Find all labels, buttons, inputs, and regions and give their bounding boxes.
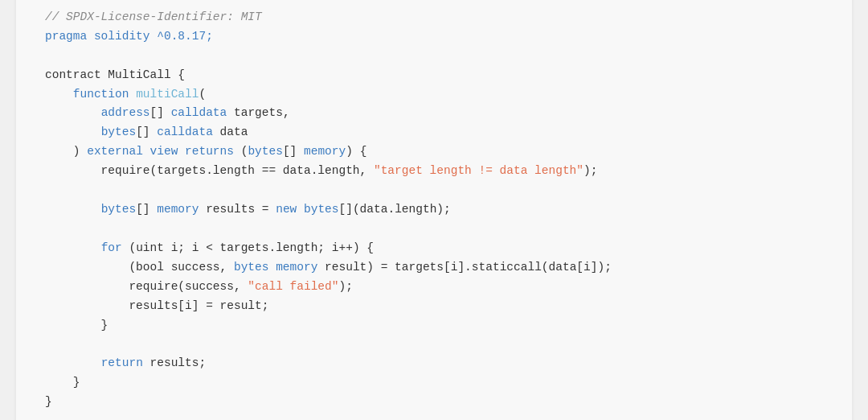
line-pragma: pragma solidity ^0.8.17; xyxy=(45,30,213,43)
code-content: // SPDX-License-Identifier: MIT pragma s… xyxy=(45,8,823,412)
line-require1: require(targets.length == data.length, "… xyxy=(45,164,597,177)
line-contract-close: } xyxy=(45,395,52,408)
line-staticcall: (bool success, bytes memory result) = ta… xyxy=(45,261,612,274)
line-param2: bytes[] calldata data xyxy=(45,126,248,138)
line-param1: address[] calldata targets, xyxy=(45,106,290,119)
line-results-decl: bytes[] memory results = new bytes[](dat… xyxy=(45,203,451,216)
line-require2: require(success, "call failed"); xyxy=(45,280,353,293)
line-return: return results; xyxy=(45,356,206,369)
line-function: function multiCall( xyxy=(45,88,206,101)
line-contract: contract MultiCall { xyxy=(45,68,185,81)
line-comment-1: // SPDX-License-Identifier: MIT xyxy=(45,10,262,23)
line-returns: ) external view returns (bytes[] memory)… xyxy=(45,145,366,158)
code-editor: // SPDX-License-Identifier: MIT pragma s… xyxy=(16,0,852,420)
line-for-close: } xyxy=(45,319,108,331)
line-results-assign: results[i] = result; xyxy=(45,299,268,312)
line-for: for (uint i; i < targets.length; i++) { xyxy=(45,241,374,254)
line-func-close: } xyxy=(45,376,80,389)
